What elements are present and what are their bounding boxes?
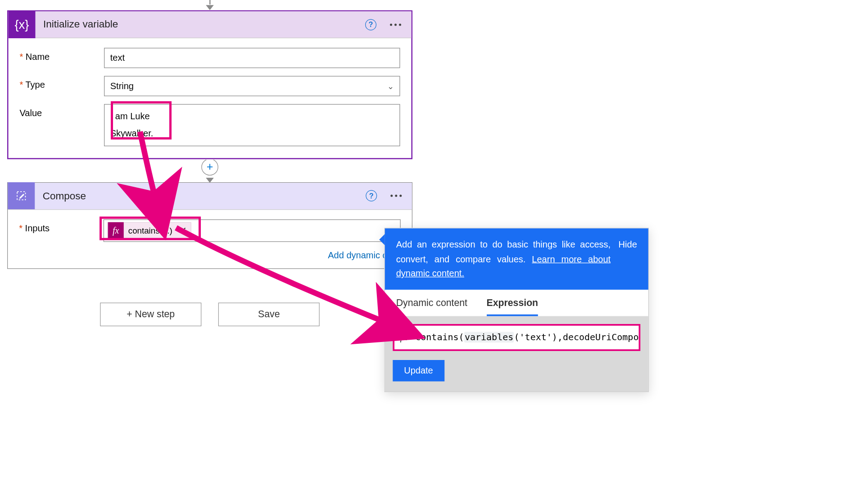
close-icon[interactable]: ✕ bbox=[177, 225, 186, 236]
expression-panel: Add an expression to do basic things lik… bbox=[385, 228, 649, 392]
help-icon[interactable]: ? bbox=[365, 19, 376, 30]
card-header[interactable]: Compose ? bbox=[8, 183, 412, 210]
expression-help-text: Add an expression to do basic things lik… bbox=[396, 238, 611, 281]
help-icon[interactable]: ? bbox=[366, 190, 377, 202]
chevron-down-icon: ⌄ bbox=[387, 81, 394, 90]
add-step-connector[interactable]: + bbox=[7, 158, 412, 183]
value-label: Value bbox=[20, 104, 104, 118]
connector-arrow-top bbox=[203, 0, 217, 10]
hide-button[interactable]: Hide bbox=[619, 238, 637, 281]
initialize-variable-card[interactable]: {x} Initialize variable ? Name text Type… bbox=[7, 10, 412, 159]
update-button[interactable]: Update bbox=[393, 360, 444, 382]
tab-expression[interactable]: Expression bbox=[487, 297, 539, 316]
inputs-label: Inputs bbox=[19, 219, 104, 233]
fx-icon: fx bbox=[400, 332, 416, 343]
plus-icon: + bbox=[207, 161, 213, 174]
type-label: Type bbox=[20, 76, 104, 90]
tab-dynamic-content[interactable]: Dynamic content bbox=[396, 297, 467, 316]
fx-icon: fx bbox=[108, 222, 124, 239]
compose-icon bbox=[8, 182, 35, 209]
card-title: Compose bbox=[35, 190, 366, 202]
card-header[interactable]: {x} Initialize variable ? bbox=[9, 11, 412, 38]
more-icon[interactable] bbox=[390, 195, 402, 197]
compose-card[interactable]: Compose ? Inputs fx contains(...) ✕ bbox=[7, 182, 412, 269]
inputs-field[interactable]: fx contains(...) ✕ bbox=[104, 219, 401, 242]
more-icon[interactable] bbox=[390, 23, 401, 26]
card-title: Initialize variable bbox=[36, 18, 366, 30]
add-dynamic-content-link[interactable]: Add dynamic cont bbox=[8, 246, 412, 268]
name-input[interactable]: text bbox=[104, 48, 400, 68]
type-select[interactable]: String ⌄ bbox=[104, 76, 400, 96]
save-button[interactable]: Save bbox=[218, 302, 320, 326]
variable-icon-glyph: {x} bbox=[14, 17, 29, 32]
new-step-button[interactable]: + New step bbox=[100, 302, 201, 326]
value-input[interactable]: I am Luke Skywalker. bbox=[104, 104, 400, 146]
variable-icon: {x} bbox=[9, 11, 36, 38]
token-label: contains(...) bbox=[128, 226, 172, 235]
name-label: Name bbox=[20, 48, 104, 62]
expression-input[interactable]: fx contains(variables('text'),decodeUriC… bbox=[393, 324, 640, 351]
expression-token[interactable]: fx contains(...) ✕ bbox=[108, 222, 192, 239]
